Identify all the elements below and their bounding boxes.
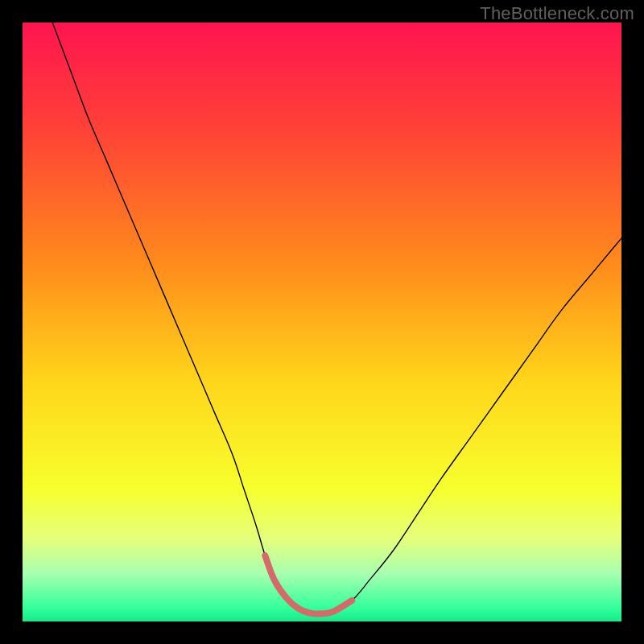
chart-svg	[23, 23, 621, 621]
chart-background	[23, 23, 621, 621]
watermark-label: TheBottleneck.com	[480, 3, 634, 24]
chart-frame: TheBottleneck.com	[0, 0, 644, 644]
chart-plot	[23, 23, 621, 621]
